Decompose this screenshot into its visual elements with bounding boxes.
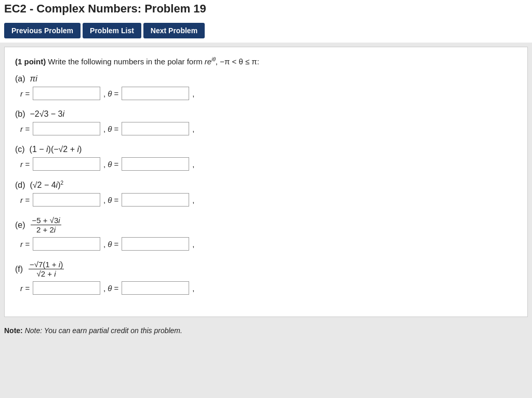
problem-part-a: (a) πi r = , θ = ,	[15, 74, 517, 100]
r-input-b[interactable]	[33, 122, 100, 135]
r-input-d[interactable]	[33, 193, 100, 207]
theta-input-c[interactable]	[122, 157, 189, 171]
nav-bar: Previous Problem Problem List Next Probl…	[4, 19, 528, 43]
r-label-c: r =	[20, 160, 30, 169]
r-input-c[interactable]	[33, 157, 100, 171]
part-d-expression: (d) (√2 − 4i)2	[15, 180, 517, 190]
part-b-expression: (b) −2√3 − 3i	[15, 109, 517, 119]
problem-part-c: (c) (1 − i)(−√2 + i) r = , θ = ,	[15, 145, 517, 171]
problem-part-b: (b) −2√3 − 3i r = , θ = ,	[15, 109, 517, 135]
part-f-answer-row: r = , θ = ,	[20, 281, 517, 295]
theta-input-d[interactable]	[122, 193, 189, 207]
r-input-e[interactable]	[33, 237, 100, 251]
part-f-fraction: −√7(1 + i) √2 + i	[29, 260, 64, 278]
problem-box: (1 point) Write the following numbers in…	[4, 47, 528, 317]
note-label: Note:	[4, 326, 23, 335]
problem-list-button[interactable]: Problem List	[83, 23, 141, 38]
r-input-a[interactable]	[33, 87, 100, 100]
note-text: Note: You can earn partial credit on thi…	[25, 326, 182, 335]
problem-part-e: (e) −5 + √3i 2 + 2i r = , θ = ,	[15, 216, 517, 251]
part-e-answer-row: r = , θ = ,	[20, 237, 517, 251]
r-input-f[interactable]	[33, 281, 100, 295]
r-label-b: r =	[20, 125, 30, 133]
theta-input-f[interactable]	[122, 281, 189, 295]
note-section: Note: Note: You can earn partial credit …	[0, 321, 532, 338]
theta-input-e[interactable]	[122, 237, 189, 251]
problem-points: (1 point)	[15, 57, 46, 66]
r-label-f: r =	[20, 284, 30, 293]
part-d-answer-row: r = , θ = ,	[20, 193, 517, 207]
theta-input-a[interactable]	[122, 87, 189, 100]
part-c-expression: (c) (1 − i)(−√2 + i)	[15, 145, 517, 154]
part-a-expression: (a) πi	[15, 74, 517, 84]
part-c-answer-row: r = , θ = ,	[20, 157, 517, 171]
part-a-answer-row: r = , θ = ,	[20, 87, 517, 100]
page-title: EC2 - Complex Numbers: Problem 19	[4, 2, 528, 19]
part-f-expression: (f) −√7(1 + i) √2 + i	[15, 260, 517, 278]
part-e-fraction: −5 + √3i 2 + 2i	[31, 216, 61, 234]
page-header: EC2 - Complex Numbers: Problem 19 Previo…	[0, 0, 532, 43]
problem-part-d: (d) (√2 − 4i)2 r = , θ = ,	[15, 180, 517, 207]
problem-intro: (1 point) Write the following numbers in…	[15, 57, 517, 66]
next-problem-button[interactable]: Next Problem	[143, 23, 205, 38]
r-label-a: r =	[20, 89, 30, 98]
r-label-d: r =	[20, 196, 30, 204]
part-b-answer-row: r = , θ = ,	[20, 122, 517, 135]
r-label-e: r =	[20, 240, 30, 249]
prev-problem-button[interactable]: Previous Problem	[4, 23, 81, 38]
part-e-expression: (e) −5 + √3i 2 + 2i	[15, 216, 517, 234]
theta-input-b[interactable]	[122, 122, 189, 135]
problem-part-f: (f) −√7(1 + i) √2 + i r = , θ = ,	[15, 260, 517, 295]
